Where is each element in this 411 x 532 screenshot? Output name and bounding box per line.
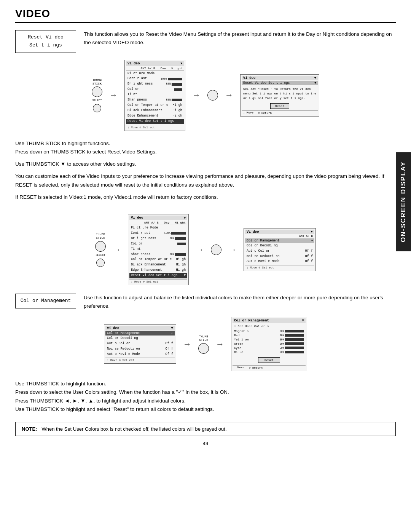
select-circle-1 (93, 104, 101, 112)
page-title: VIDEO (15, 8, 396, 23)
color-full-screen: Col or Management ▼ ☐ Set User Col or s … (231, 317, 307, 371)
thumbstick-middle-1 (207, 90, 218, 101)
thumbstick-circle-1 (92, 86, 102, 97)
arrow-2: → (192, 90, 201, 100)
thumbstick-circle-mid-1 (207, 90, 218, 101)
page-number: 49 (15, 441, 396, 446)
thumbstick-middle-2 (211, 244, 221, 255)
thumbstick-label-1: THUMBSTICK (92, 78, 102, 85)
instruction-1b: Use THUMBSTICK ▼ to access other video s… (15, 160, 396, 168)
select-label-1: SELECT (92, 99, 102, 102)
section2-label: Col or Management (15, 294, 76, 308)
menu-title-1: Vi deo (127, 62, 140, 66)
menu-screen-left-2: Vi deo ▼ ANT A/ B Day Ni ght Pi ct ure M… (128, 214, 189, 285)
separator-1 (15, 207, 396, 207)
section1-label: Reset Vi deo Set t i ngs (15, 30, 76, 53)
thumbstick-mid-3: THUMBSTICK (198, 335, 209, 354)
instruction-3a: Use THUMBSTICK to highlight function. Pr… (15, 380, 396, 414)
thumbstick-left-1: THUMBSTICK SELECT (92, 78, 102, 112)
reset-screen: Vi deo ▼ Reset Vi deo Set t i ngs ▼ Sel … (240, 74, 319, 117)
section2-description: Use this function to adjust and balance … (84, 294, 396, 310)
arrow-8: → (216, 339, 224, 349)
thumbstick-left-2: THUMBSTICK SELECT (95, 232, 106, 267)
arrow-7: → (183, 339, 191, 349)
colmgmt-left-screen: Vi deo ▼ Col or Management ↔ Col or Deco… (104, 324, 176, 364)
diagram-row-2: THUMBSTICK SELECT → Vi deo ▼ ANT A/ B Da… (15, 214, 396, 285)
section2-header: Col or Management Use this function to a… (15, 294, 396, 310)
instruction-1a: Use THUMB STICK to highlight functions.P… (15, 139, 396, 157)
arrow-5: → (196, 245, 204, 255)
note-box: NOTE: When the Set User Colors box is no… (15, 422, 396, 436)
vertical-tab: ON-SCREEN DISPLAY (396, 152, 411, 251)
diagram-row-1: THUMBSTICK SELECT → Vi deo ▼ ANT A/ B Da… (15, 60, 396, 131)
note-label: NOTE: (22, 426, 37, 432)
paragraph-2: If RESET is selected in Video:1 mode, on… (15, 193, 396, 201)
menu-screen-left-1: Vi deo ▼ ANT A/ B Day Ni ght Pi ct ure M… (124, 60, 185, 131)
section1-header: Reset Vi deo Set t i ngs This function a… (15, 30, 396, 53)
arrow-3: → (225, 90, 233, 100)
arrow-1: → (109, 90, 118, 100)
arrow-6: → (228, 245, 237, 255)
arrow-4: → (113, 245, 121, 255)
section1-description: This function allows you to Reset the Vi… (84, 30, 396, 46)
diagram-row-3: Vi deo ▼ Col or Management ↔ Col or Deco… (15, 317, 396, 371)
paragraph-1: You can customize each of the Video Inpu… (15, 172, 396, 189)
note-text: When the Set User Colors box is not chec… (41, 426, 226, 432)
colmgmt-nav-screen: Vi deo ▼ ANT A/ B Col or Management ↔ Co… (244, 228, 316, 272)
